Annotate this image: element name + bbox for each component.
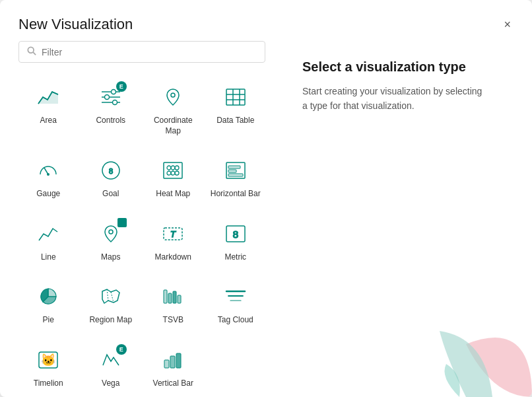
viz-label-timelion: Timelion — [34, 379, 63, 389]
coordinate-map-icon — [158, 83, 187, 112]
badge-ext-maps — [117, 218, 127, 227]
vega-icon: E — [96, 345, 125, 375]
right-panel: Select a visualization type Start creati… — [284, 41, 532, 397]
viz-label-data-table: Data Table — [216, 116, 254, 126]
svg-rect-38 — [168, 293, 172, 303]
vertical-bar-icon — [158, 345, 187, 375]
right-panel-description: Start creating your visualization by sel… — [302, 84, 487, 114]
svg-rect-46 — [164, 360, 169, 368]
viz-item-timelion[interactable]: 🐱 Timelion — [18, 338, 79, 396]
viz-item-pie[interactable]: Pie — [18, 274, 79, 332]
svg-point-25 — [171, 171, 175, 175]
viz-label-goal: Goal — [102, 189, 119, 199]
svg-point-23 — [167, 171, 171, 175]
viz-item-gauge[interactable]: Gauge — [18, 148, 79, 206]
viz-item-maps[interactable]: Maps — [81, 211, 141, 270]
viz-item-line[interactable]: Line — [18, 211, 79, 270]
viz-item-region-map[interactable]: Region Map — [81, 274, 141, 332]
viz-item-heat-map[interactable]: Heat Map — [143, 148, 203, 206]
region-map-icon — [96, 282, 125, 311]
controls-icon: E — [96, 83, 125, 112]
pie-icon — [34, 282, 63, 311]
svg-text:T: T — [170, 229, 176, 239]
badge-e-vega: E — [116, 344, 127, 355]
viz-label-heat-map: Heat Map — [156, 189, 190, 199]
modal-title: New Visualization — [18, 16, 133, 33]
line-icon — [34, 219, 63, 248]
decorative-shapes — [400, 265, 532, 397]
new-visualization-modal: New Visualization × Area — [0, 0, 532, 397]
svg-point-0 — [28, 47, 34, 53]
left-panel: Area E Contr — [0, 41, 284, 397]
viz-label-pie: Pie — [43, 315, 54, 326]
badge-e-controls: E — [116, 81, 127, 92]
viz-item-tag-cloud[interactable]: Tag Cloud — [206, 274, 266, 332]
viz-item-coordinate-map[interactable]: Coordinate Map — [143, 75, 203, 143]
svg-line-1 — [33, 52, 36, 55]
tag-cloud-icon — [221, 282, 250, 311]
svg-line-36 — [111, 292, 114, 303]
viz-item-data-table[interactable]: Data Table — [206, 75, 266, 143]
svg-rect-39 — [173, 291, 176, 303]
svg-rect-47 — [170, 356, 175, 368]
viz-label-line: Line — [41, 252, 56, 263]
search-icon — [27, 46, 36, 57]
svg-rect-40 — [178, 295, 181, 303]
svg-point-22 — [171, 166, 175, 170]
svg-text:🐱: 🐱 — [41, 353, 56, 367]
svg-rect-10 — [226, 89, 245, 105]
svg-point-30 — [109, 230, 113, 234]
viz-label-vega: Vega — [102, 379, 119, 389]
maps-icon — [96, 219, 125, 248]
filter-bar — [18, 41, 265, 63]
svg-point-24 — [175, 171, 179, 175]
viz-label-controls: Controls — [96, 116, 125, 126]
viz-item-markdown[interactable]: T Markdown — [143, 211, 203, 270]
modal-header: New Visualization × — [0, 0, 532, 41]
viz-item-vertical-bar[interactable]: Vertical Bar — [143, 338, 203, 396]
viz-label-gauge: Gauge — [36, 189, 60, 199]
svg-point-16 — [47, 173, 50, 176]
heat-map-icon — [158, 156, 187, 185]
modal-body: Area E Contr — [0, 41, 532, 397]
viz-label-horizontal-bar: Horizontal Bar — [211, 189, 261, 199]
viz-item-tsvb[interactable]: TSVB — [143, 274, 203, 332]
svg-line-35 — [107, 289, 108, 301]
svg-rect-19 — [164, 162, 182, 178]
viz-item-controls[interactable]: E Controls — [81, 75, 141, 143]
close-button[interactable]: × — [501, 16, 514, 33]
markdown-icon: T — [158, 219, 187, 248]
area-icon — [34, 83, 63, 112]
filter-input[interactable] — [42, 47, 257, 57]
svg-point-6 — [104, 95, 109, 100]
viz-item-area[interactable]: Area — [18, 75, 79, 143]
data-table-icon — [221, 83, 250, 112]
svg-point-4 — [111, 90, 116, 94]
viz-item-metric[interactable]: 8 Metric — [206, 211, 266, 270]
viz-label-vertical-bar: Vertical Bar — [153, 379, 193, 389]
tsvb-icon — [158, 282, 187, 311]
viz-grid: Area E Contr — [18, 75, 265, 396]
viz-label-coordinate-map: Coordinate Map — [146, 116, 201, 136]
goal-icon: 8 — [96, 156, 125, 185]
gauge-icon — [34, 156, 63, 185]
viz-item-goal[interactable]: 8 Goal — [81, 148, 141, 206]
svg-rect-37 — [164, 290, 167, 303]
viz-item-vega[interactable]: E Vega — [81, 338, 141, 396]
horizontal-bar-icon — [221, 156, 250, 185]
viz-label-maps: Maps — [101, 252, 120, 263]
svg-point-8 — [112, 100, 117, 105]
svg-rect-48 — [176, 353, 181, 368]
svg-rect-28 — [228, 170, 236, 172]
viz-label-tsvb: TSVB — [163, 315, 183, 326]
svg-text:8: 8 — [109, 167, 113, 175]
svg-point-9 — [171, 93, 175, 97]
viz-label-tag-cloud: Tag Cloud — [218, 315, 253, 326]
metric-icon: 8 — [221, 219, 250, 248]
svg-point-20 — [167, 166, 171, 170]
viz-label-metric: Metric — [224, 252, 246, 263]
svg-rect-29 — [228, 174, 243, 176]
viz-label-region-map: Region Map — [89, 315, 132, 326]
viz-label-area: Area — [40, 116, 57, 126]
viz-item-horizontal-bar[interactable]: Horizontal Bar — [206, 148, 266, 206]
